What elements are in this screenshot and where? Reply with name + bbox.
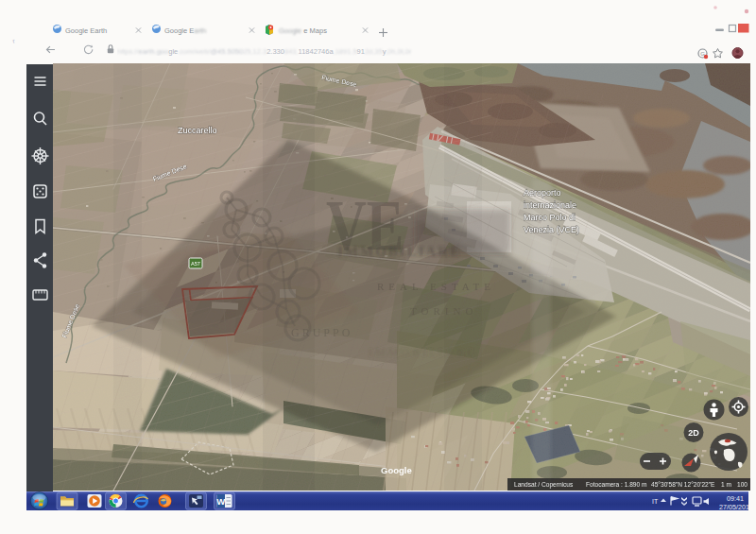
svg-text:Venezia (VCE): Venezia (VCE) (524, 225, 579, 234)
svg-text:27/05/2019: 27/05/2019 (719, 502, 748, 510)
svg-text:REAL ESTATE: REAL ESTATE (377, 281, 495, 292)
svg-text:Fotocamera : 1.890 m: Fotocamera : 1.890 m (586, 481, 647, 488)
svg-text:TORINO: TORINO (410, 305, 477, 317)
svg-text:Google: Google (381, 465, 412, 475)
svg-text:internazionale: internazionale (524, 200, 576, 210)
svg-text:IMMOBILIARE: IMMOBILIARE (369, 346, 476, 359)
svg-text:45°30'58"N 12°20'22"E: 45°30'58"N 12°20'22"E (651, 481, 715, 488)
svg-text:A57: A57 (191, 261, 200, 267)
svg-text:2D: 2D (688, 428, 699, 438)
svg-text:Zuccarello: Zuccarello (178, 126, 217, 135)
svg-text:r: r (11, 37, 16, 44)
svg-text:100: 100 (737, 481, 747, 488)
svg-text:Marco Polo di: Marco Polo di (524, 213, 576, 222)
svg-text:1 m: 1 m (721, 481, 731, 488)
svg-text:GRUPPO: GRUPPO (291, 326, 352, 339)
svg-text:W: W (216, 495, 225, 506)
svg-text:Landsat / Copernicus: Landsat / Copernicus (514, 481, 574, 489)
svg-text:IMMOBILIARE: IMMOBILIARE (337, 244, 461, 259)
svg-text:Aeroporto: Aeroporto (524, 188, 561, 198)
svg-text:IT: IT (652, 498, 659, 505)
